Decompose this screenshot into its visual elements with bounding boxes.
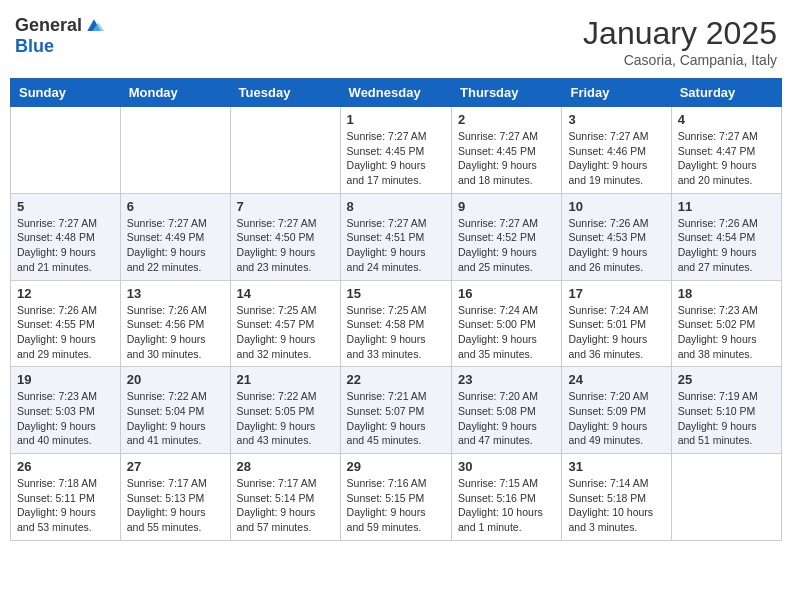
calendar-cell: 4Sunrise: 7:27 AMSunset: 4:47 PMDaylight… bbox=[671, 107, 781, 194]
weekday-header-saturday: Saturday bbox=[671, 79, 781, 107]
logo-general: General bbox=[15, 15, 82, 36]
calendar-cell: 20Sunrise: 7:22 AMSunset: 5:04 PMDayligh… bbox=[120, 367, 230, 454]
calendar-cell: 8Sunrise: 7:27 AMSunset: 4:51 PMDaylight… bbox=[340, 193, 451, 280]
cell-day-number: 10 bbox=[568, 199, 664, 214]
cell-info: Sunrise: 7:26 AMSunset: 4:54 PMDaylight:… bbox=[678, 216, 775, 275]
calendar-cell: 9Sunrise: 7:27 AMSunset: 4:52 PMDaylight… bbox=[452, 193, 562, 280]
calendar-cell: 27Sunrise: 7:17 AMSunset: 5:13 PMDayligh… bbox=[120, 454, 230, 541]
cell-day-number: 17 bbox=[568, 286, 664, 301]
cell-info: Sunrise: 7:23 AMSunset: 5:03 PMDaylight:… bbox=[17, 389, 114, 448]
cell-info: Sunrise: 7:14 AMSunset: 5:18 PMDaylight:… bbox=[568, 476, 664, 535]
calendar-cell: 29Sunrise: 7:16 AMSunset: 5:15 PMDayligh… bbox=[340, 454, 451, 541]
cell-info: Sunrise: 7:20 AMSunset: 5:09 PMDaylight:… bbox=[568, 389, 664, 448]
location: Casoria, Campania, Italy bbox=[583, 52, 777, 68]
calendar-cell: 23Sunrise: 7:20 AMSunset: 5:08 PMDayligh… bbox=[452, 367, 562, 454]
calendar-cell: 5Sunrise: 7:27 AMSunset: 4:48 PMDaylight… bbox=[11, 193, 121, 280]
calendar-cell: 14Sunrise: 7:25 AMSunset: 4:57 PMDayligh… bbox=[230, 280, 340, 367]
weekday-header-thursday: Thursday bbox=[452, 79, 562, 107]
calendar-cell bbox=[671, 454, 781, 541]
calendar-cell: 3Sunrise: 7:27 AMSunset: 4:46 PMDaylight… bbox=[562, 107, 671, 194]
calendar-cell: 17Sunrise: 7:24 AMSunset: 5:01 PMDayligh… bbox=[562, 280, 671, 367]
cell-info: Sunrise: 7:15 AMSunset: 5:16 PMDaylight:… bbox=[458, 476, 555, 535]
cell-info: Sunrise: 7:23 AMSunset: 5:02 PMDaylight:… bbox=[678, 303, 775, 362]
cell-day-number: 26 bbox=[17, 459, 114, 474]
calendar-cell: 19Sunrise: 7:23 AMSunset: 5:03 PMDayligh… bbox=[11, 367, 121, 454]
cell-info: Sunrise: 7:17 AMSunset: 5:13 PMDaylight:… bbox=[127, 476, 224, 535]
calendar-cell: 25Sunrise: 7:19 AMSunset: 5:10 PMDayligh… bbox=[671, 367, 781, 454]
cell-info: Sunrise: 7:22 AMSunset: 5:05 PMDaylight:… bbox=[237, 389, 334, 448]
logo: General Blue bbox=[15, 15, 104, 57]
month-title: January 2025 bbox=[583, 15, 777, 52]
cell-info: Sunrise: 7:27 AMSunset: 4:50 PMDaylight:… bbox=[237, 216, 334, 275]
calendar-cell: 18Sunrise: 7:23 AMSunset: 5:02 PMDayligh… bbox=[671, 280, 781, 367]
weekday-header-tuesday: Tuesday bbox=[230, 79, 340, 107]
cell-day-number: 11 bbox=[678, 199, 775, 214]
cell-day-number: 2 bbox=[458, 112, 555, 127]
cell-day-number: 16 bbox=[458, 286, 555, 301]
calendar-cell bbox=[11, 107, 121, 194]
calendar-cell: 10Sunrise: 7:26 AMSunset: 4:53 PMDayligh… bbox=[562, 193, 671, 280]
weekday-header-wednesday: Wednesday bbox=[340, 79, 451, 107]
cell-day-number: 12 bbox=[17, 286, 114, 301]
cell-info: Sunrise: 7:27 AMSunset: 4:51 PMDaylight:… bbox=[347, 216, 445, 275]
cell-day-number: 27 bbox=[127, 459, 224, 474]
calendar-cell: 30Sunrise: 7:15 AMSunset: 5:16 PMDayligh… bbox=[452, 454, 562, 541]
cell-day-number: 4 bbox=[678, 112, 775, 127]
cell-day-number: 5 bbox=[17, 199, 114, 214]
cell-day-number: 15 bbox=[347, 286, 445, 301]
calendar-cell: 31Sunrise: 7:14 AMSunset: 5:18 PMDayligh… bbox=[562, 454, 671, 541]
cell-info: Sunrise: 7:20 AMSunset: 5:08 PMDaylight:… bbox=[458, 389, 555, 448]
cell-day-number: 3 bbox=[568, 112, 664, 127]
cell-day-number: 28 bbox=[237, 459, 334, 474]
calendar-cell: 11Sunrise: 7:26 AMSunset: 4:54 PMDayligh… bbox=[671, 193, 781, 280]
calendar-cell: 21Sunrise: 7:22 AMSunset: 5:05 PMDayligh… bbox=[230, 367, 340, 454]
cell-info: Sunrise: 7:26 AMSunset: 4:53 PMDaylight:… bbox=[568, 216, 664, 275]
cell-day-number: 8 bbox=[347, 199, 445, 214]
calendar: SundayMondayTuesdayWednesdayThursdayFrid… bbox=[10, 78, 782, 541]
logo-blue: Blue bbox=[15, 36, 54, 57]
calendar-cell bbox=[230, 107, 340, 194]
cell-info: Sunrise: 7:26 AMSunset: 4:55 PMDaylight:… bbox=[17, 303, 114, 362]
weekday-header-sunday: Sunday bbox=[11, 79, 121, 107]
calendar-cell: 2Sunrise: 7:27 AMSunset: 4:45 PMDaylight… bbox=[452, 107, 562, 194]
cell-day-number: 20 bbox=[127, 372, 224, 387]
cell-day-number: 25 bbox=[678, 372, 775, 387]
cell-info: Sunrise: 7:27 AMSunset: 4:45 PMDaylight:… bbox=[347, 129, 445, 188]
cell-info: Sunrise: 7:25 AMSunset: 4:58 PMDaylight:… bbox=[347, 303, 445, 362]
cell-info: Sunrise: 7:24 AMSunset: 5:00 PMDaylight:… bbox=[458, 303, 555, 362]
cell-day-number: 6 bbox=[127, 199, 224, 214]
cell-info: Sunrise: 7:27 AMSunset: 4:49 PMDaylight:… bbox=[127, 216, 224, 275]
cell-day-number: 24 bbox=[568, 372, 664, 387]
cell-day-number: 19 bbox=[17, 372, 114, 387]
calendar-cell: 16Sunrise: 7:24 AMSunset: 5:00 PMDayligh… bbox=[452, 280, 562, 367]
calendar-cell: 12Sunrise: 7:26 AMSunset: 4:55 PMDayligh… bbox=[11, 280, 121, 367]
cell-info: Sunrise: 7:27 AMSunset: 4:52 PMDaylight:… bbox=[458, 216, 555, 275]
cell-day-number: 18 bbox=[678, 286, 775, 301]
calendar-cell bbox=[120, 107, 230, 194]
cell-day-number: 21 bbox=[237, 372, 334, 387]
cell-info: Sunrise: 7:27 AMSunset: 4:47 PMDaylight:… bbox=[678, 129, 775, 188]
calendar-cell: 22Sunrise: 7:21 AMSunset: 5:07 PMDayligh… bbox=[340, 367, 451, 454]
cell-day-number: 29 bbox=[347, 459, 445, 474]
cell-info: Sunrise: 7:26 AMSunset: 4:56 PMDaylight:… bbox=[127, 303, 224, 362]
weekday-header-monday: Monday bbox=[120, 79, 230, 107]
calendar-cell: 15Sunrise: 7:25 AMSunset: 4:58 PMDayligh… bbox=[340, 280, 451, 367]
calendar-cell: 28Sunrise: 7:17 AMSunset: 5:14 PMDayligh… bbox=[230, 454, 340, 541]
cell-info: Sunrise: 7:27 AMSunset: 4:46 PMDaylight:… bbox=[568, 129, 664, 188]
cell-day-number: 1 bbox=[347, 112, 445, 127]
cell-day-number: 30 bbox=[458, 459, 555, 474]
cell-info: Sunrise: 7:27 AMSunset: 4:48 PMDaylight:… bbox=[17, 216, 114, 275]
cell-info: Sunrise: 7:19 AMSunset: 5:10 PMDaylight:… bbox=[678, 389, 775, 448]
cell-info: Sunrise: 7:27 AMSunset: 4:45 PMDaylight:… bbox=[458, 129, 555, 188]
cell-day-number: 22 bbox=[347, 372, 445, 387]
calendar-cell: 6Sunrise: 7:27 AMSunset: 4:49 PMDaylight… bbox=[120, 193, 230, 280]
calendar-cell: 24Sunrise: 7:20 AMSunset: 5:09 PMDayligh… bbox=[562, 367, 671, 454]
cell-info: Sunrise: 7:16 AMSunset: 5:15 PMDaylight:… bbox=[347, 476, 445, 535]
cell-info: Sunrise: 7:22 AMSunset: 5:04 PMDaylight:… bbox=[127, 389, 224, 448]
cell-day-number: 13 bbox=[127, 286, 224, 301]
calendar-cell: 26Sunrise: 7:18 AMSunset: 5:11 PMDayligh… bbox=[11, 454, 121, 541]
calendar-cell: 7Sunrise: 7:27 AMSunset: 4:50 PMDaylight… bbox=[230, 193, 340, 280]
cell-day-number: 14 bbox=[237, 286, 334, 301]
logo-icon bbox=[84, 16, 104, 36]
calendar-cell: 1Sunrise: 7:27 AMSunset: 4:45 PMDaylight… bbox=[340, 107, 451, 194]
